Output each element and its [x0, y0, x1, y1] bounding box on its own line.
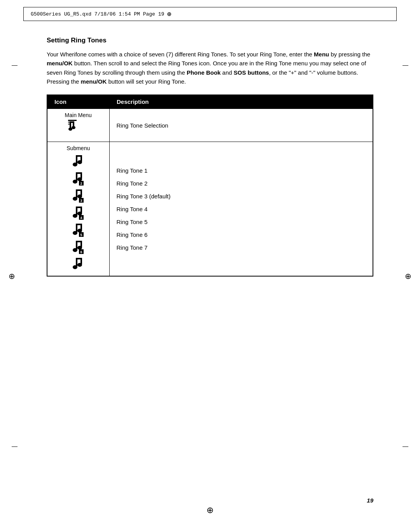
svg-text:3: 3: [80, 199, 82, 203]
main-menu-icon-cell: Main Menu: [47, 109, 109, 142]
bottom-right-margin-mark: —: [402, 443, 408, 449]
main-menu-label: Main Menu: [65, 112, 92, 118]
svg-text:5: 5: [80, 233, 82, 237]
ring-tone-table: Icon Description Main Menu: [47, 95, 373, 277]
svg-point-4: [72, 126, 75, 129]
ring-tone-6-label: Ring Tone 6: [117, 230, 366, 240]
svg-point-31: [77, 212, 82, 215]
svg-text:4: 4: [80, 216, 82, 220]
right-crosshair-icon: ⊕: [405, 271, 411, 281]
submenu-icons-container: Submenu: [54, 145, 102, 273]
ring-tone-3-label: Ring Tone 3 (default): [117, 191, 366, 201]
ring-tone-7-icon: [70, 256, 87, 273]
left-crosshair-icon: ⊕: [9, 271, 15, 281]
header-crosshair-icon: [165, 10, 173, 18]
svg-point-24: [77, 194, 82, 198]
ring-tone-2-label: Ring Tone 2: [117, 179, 366, 188]
svg-text:6: 6: [80, 250, 82, 254]
body-text: Your Wherifone comes with a choice of se…: [47, 50, 373, 86]
header-text: G500Series UG_R5.qxd 7/18/06 1:54 PM Pag…: [31, 11, 164, 17]
ring-tone-5-icon: 5: [70, 222, 87, 238]
page-container: G500Series UG_R5.qxd 7/18/06 1:54 PM Pag…: [0, 7, 420, 520]
svg-point-12: [77, 160, 82, 164]
svg-point-38: [77, 229, 82, 233]
bottom-left-margin-mark: —: [12, 443, 18, 449]
svg-point-16: [73, 180, 77, 184]
ring-tone-2-icon: 2: [70, 171, 87, 187]
content-area: Setting Ring Tones Your Wherifone comes …: [47, 37, 373, 277]
table-header-icon: Icon: [47, 95, 109, 109]
svg-point-52: [77, 263, 82, 267]
svg-point-44: [73, 248, 77, 252]
right-margin-mark-top: —: [402, 61, 408, 68]
svg-point-23: [73, 197, 77, 201]
ring-tone-items-list: Ring Tone 1 Ring Tone 2 Ring Tone 3 (def…: [117, 166, 366, 252]
table-row-submenu: Submenu: [47, 142, 373, 277]
ring-tone-4-label: Ring Tone 4: [117, 204, 366, 214]
table-row-main-menu: Main Menu: [47, 109, 373, 142]
ring-tone-3-icon: 3: [70, 188, 87, 204]
ring-tone-5-label: Ring Tone 5: [117, 217, 366, 227]
left-margin-mark-top: —: [12, 61, 18, 68]
ring-tone-4-icon: 4: [70, 205, 87, 221]
svg-rect-6: [68, 122, 70, 123]
ring-tone-1-icon: [70, 154, 87, 170]
submenu-label: Submenu: [66, 145, 90, 151]
svg-point-37: [73, 231, 77, 235]
svg-rect-7: [68, 124, 70, 124]
page-number: 19: [367, 497, 373, 504]
ring-tone-7-label: Ring Tone 7: [117, 243, 366, 252]
svg-text:2: 2: [80, 182, 82, 186]
svg-point-45: [77, 246, 82, 250]
svg-rect-5: [68, 120, 77, 121]
ring-tone-1-label: Ring Tone 1: [117, 166, 366, 175]
table-header-description: Description: [109, 95, 373, 109]
section-title: Setting Ring Tones: [47, 37, 373, 44]
svg-point-51: [73, 265, 77, 269]
svg-point-17: [77, 177, 82, 181]
svg-point-11: [73, 163, 77, 166]
ring-tone-6-icon: 6: [70, 239, 87, 256]
main-menu-music-icon: [66, 120, 90, 138]
main-menu-description: Ring Tone Selection: [109, 109, 373, 142]
header-bar: G500Series UG_R5.qxd 7/18/06 1:54 PM Pag…: [23, 7, 397, 21]
svg-rect-2: [73, 121, 74, 127]
bottom-crosshair-icon: ⊕: [206, 505, 214, 515]
submenu-icon-cell: Submenu: [47, 142, 109, 277]
svg-point-30: [73, 214, 77, 218]
submenu-descriptions-cell: Ring Tone 1 Ring Tone 2 Ring Tone 3 (def…: [109, 142, 373, 277]
